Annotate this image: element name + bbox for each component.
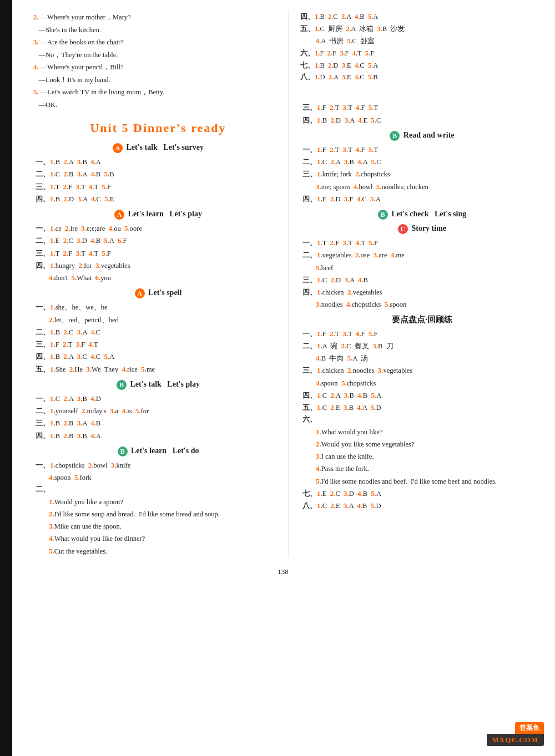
ans-st-4b: 3.noodles 4.chopsticks 5.spoon — [316, 298, 544, 311]
icon-b-r1: B — [390, 131, 400, 141]
ans-rv-6-intro: 六、 — [302, 414, 544, 425]
section-header-1: A Let's talk Let's survey — [33, 143, 283, 153]
ans-rv-6-2: 2.Would you like some vegetables? — [316, 438, 544, 450]
ans-rv-1: 一、1.F 2.T 3.T 4.F 5.F — [302, 328, 544, 340]
icon-c-1: C — [398, 224, 408, 234]
ans-r-1-3: 三、1.F 2.T 3.T 4.F 5.T — [302, 102, 544, 114]
ans-rv-4: 四、1.C 2.A 3.B 4.B 5.A — [302, 389, 544, 402]
watermark-top: 答案鱼 — [515, 722, 544, 734]
section-lets-talk-survey: A Let's talk Let's survey 一、1.B 2.A 3.B … — [33, 143, 283, 205]
ans-st-2b: 5.beef — [316, 262, 544, 274]
ans-st-1: 一、1.T 2.F 3.T 4.T 5.F — [302, 237, 544, 249]
q5-num: 5. — [33, 88, 38, 96]
ans-5-2-4: 4.What would you like for dinner? — [49, 532, 283, 545]
ans-5-1b: 4.spoon 5.fork — [49, 471, 283, 484]
ans-rv-6-5: 5.I'd like some noodles and beef. I'd li… — [316, 475, 544, 488]
ans-st-3: 三、1.C 2.D 3.A 4.B — [302, 274, 544, 286]
section-lets-learn-play: A Let's learn Let's play 一、1.ce 2.ire 3.… — [33, 210, 283, 284]
ans-5-2-3: 3.Mike can use the spoon. — [49, 520, 283, 532]
section-header-r4: C Story time — [300, 224, 544, 234]
pre-unit-questions: 2. —Where's your mother，Mary? —She's in … — [33, 11, 283, 111]
pre-answers-right: 四、1.B 2.C 3.A 4.B 5.A 五、1.C 厨房 2.A 冰箱 3.… — [300, 11, 544, 84]
icon-a-1: A — [113, 143, 123, 153]
ans-rv-8: 八、1.C 2.E 3.A 4.B 5.D — [302, 500, 544, 512]
ans-5-2-5: 5.Cut the vegetables. — [49, 545, 283, 557]
section-header-r2: B Read and write — [300, 131, 544, 141]
ans-5-2-1: 1.Would you like a spoon? — [49, 496, 283, 508]
watermark: 答案鱼 MXQE.COM — [487, 722, 544, 746]
icon-b-1: B — [117, 380, 127, 390]
ans-rw-2: 二、1.C 2.A 3.B 4.A 5.C — [302, 156, 544, 168]
ans-rv-6-3: 3.I can use the knife. — [316, 450, 544, 463]
ans-rw-1: 一、1.F 2.T 3.T 4.F 5.T — [302, 144, 544, 156]
ans-4-1: 一、1.C 2.A 3.B 4.D — [36, 393, 283, 405]
icon-a-3: A — [135, 288, 145, 298]
ans-3-4: 四、1.B 2.A 3.C 4.C 5.A — [36, 351, 283, 363]
section-header-3: A Let's spell — [33, 288, 283, 298]
spacer-right — [300, 84, 544, 102]
ans-rw-4: 四、1.E 2.D 3.F 4.C 5.A — [302, 193, 544, 205]
ans-3-2: 二、1.B 2.C 3.A 4.C — [36, 326, 283, 338]
ans-r-1-4: 四、1.B 2.D 3.A 4.E 5.C — [302, 114, 544, 126]
section-r-talk-survey-cont: 三、1.F 2.T 3.T 4.F 5.T 四、1.B 2.D 3.A 4.E … — [300, 102, 544, 126]
ans-1-4: 四、1.B 2.D 3.A 4.C 5.E — [36, 193, 283, 205]
ans-4-3: 三、1.B 2.B 3.A 4.B — [36, 417, 283, 429]
ans-2-1: 一、1.ce 2.ire 3.e;e;are 4.ou 5.oore — [36, 222, 283, 235]
section-read-write: B Read and write 一、1.F 2.T 3.T 4.F 5.T 二… — [300, 131, 544, 205]
ans-2-4a: 四、1.hungry 2.for 3.vegetables — [36, 260, 283, 272]
ans-rv-2b: 4.B 牛肉 5.A 汤 — [316, 352, 544, 364]
section-b-talk-play: B Let's talk Let's play 一、1.C 2.A 3.B 4.… — [33, 380, 283, 442]
ans-3-1b: 2.let、red、pencil、bed — [49, 314, 283, 326]
icon-b-r2: B — [378, 210, 388, 220]
ans-1-1: 一、1.B 2.A 3.B 4.A — [36, 156, 283, 168]
ans-rv-3a: 三、1.chicken 2.noodles 3.vegetables — [302, 364, 544, 377]
ans-2-4b: 4.don't 5.What 6.you — [49, 272, 283, 284]
ans-3-3: 三、1.F 2.T 3.F 4.T — [36, 338, 283, 351]
ans-5-1a: 一、1.chopsticks 2.bowl 3.knife — [36, 459, 283, 471]
page-number: 138 — [28, 567, 538, 576]
left-black-bar — [0, 0, 12, 756]
ans-5-2-2: 2.I'd like some soup and bread. I'd like… — [49, 508, 283, 520]
ans-3-5: 五、1.She 2.He 3.We They 4.rice 5.me — [36, 363, 283, 376]
ans-st-2a: 二、1.vegetables 2.use 3.are 4.me — [302, 249, 544, 261]
section-b-learn-do: B Let's learn Let's do 一、1.chopsticks 2.… — [33, 447, 283, 557]
section-check-sing: B Let's check Let's sing — [300, 210, 544, 220]
right-column: 四、1.B 2.C 3.A 4.B 5.A 五、1.C 厨房 2.A 冰箱 3.… — [289, 11, 544, 557]
watermark-bottom: MXQE.COM — [487, 734, 544, 746]
ans-4-4: 四、1.B 2.B 3.B 4.A — [36, 430, 283, 442]
ans-5-2-intro: 二、 — [36, 484, 283, 495]
icon-a-2: A — [114, 210, 124, 220]
ans-rv-5: 五、1.C 2.E 3.B 4.A 5.D — [302, 402, 544, 414]
section-story-time: C Story time 一、1.T 2.F 3.T 4.T 5.F 二、1.v… — [300, 224, 544, 311]
ans-1-3: 三、1.T 2.F 3.T 4.T 5.F — [36, 181, 283, 193]
q2-num: 2. — [33, 13, 38, 21]
ans-rv-6-4: 4.Pass me the fork. — [316, 463, 544, 475]
ans-2-2: 二、1.E 2.C 3.D 4.B 5.A 6.F — [36, 235, 283, 247]
section-header-review: 要点盘点·回顾练 — [300, 314, 544, 325]
q4-num: 4. — [33, 63, 38, 71]
ans-2-3: 三、1.T 2.F 3.T 4.T 5.F — [36, 247, 283, 260]
section-header-2: A Let's learn Let's play — [33, 210, 283, 220]
section-header-4: B Let's talk Let's play — [33, 380, 283, 390]
ans-1-2: 二、1.C 2.B 3.A 4.B 5.B — [36, 168, 283, 180]
ans-st-4a: 四、1.chicken 2.vegetables — [302, 286, 544, 298]
section-header-r3: B Let's check Let's sing — [300, 210, 544, 220]
q3-num: 3. — [33, 38, 38, 46]
ans-rw-3a: 三、1.knife; fork 2.chopsticks — [302, 168, 544, 180]
ans-rw-3b: 3.me; spoon 4.bowl 5.noodles; chicken — [316, 181, 544, 193]
ans-3-1a: 一、1.she、he、we、be — [36, 301, 283, 313]
ans-4-2: 二、1.yourself 2.today's 3.a 4.is 5.for — [36, 405, 283, 417]
icon-b-2: B — [118, 447, 128, 456]
ans-rv-7: 七、1.E 2.C 3.D 4.B 5.A — [302, 488, 544, 500]
section-lets-spell: A Let's spell 一、1.she、he、we、be 2.let、red… — [33, 288, 283, 376]
section-review: 要点盘点·回顾练 一、1.F 2.T 3.T 4.F 5.F 二、1.A 碗 2… — [300, 314, 544, 513]
section-header-5: B Let's learn Let's do — [33, 447, 283, 456]
left-column: 2. —Where's your mother，Mary? —She's in … — [33, 11, 289, 557]
ans-rv-3b: 4.spoon 5.chopsticks — [316, 377, 544, 389]
unit-title: Unit 5 Dinner's ready — [33, 121, 283, 135]
ans-rv-2a: 二、1.A 碗 2.C 餐叉 3.B 刀 — [302, 340, 544, 352]
ans-rv-6-1: 1.What would you like? — [316, 426, 544, 438]
